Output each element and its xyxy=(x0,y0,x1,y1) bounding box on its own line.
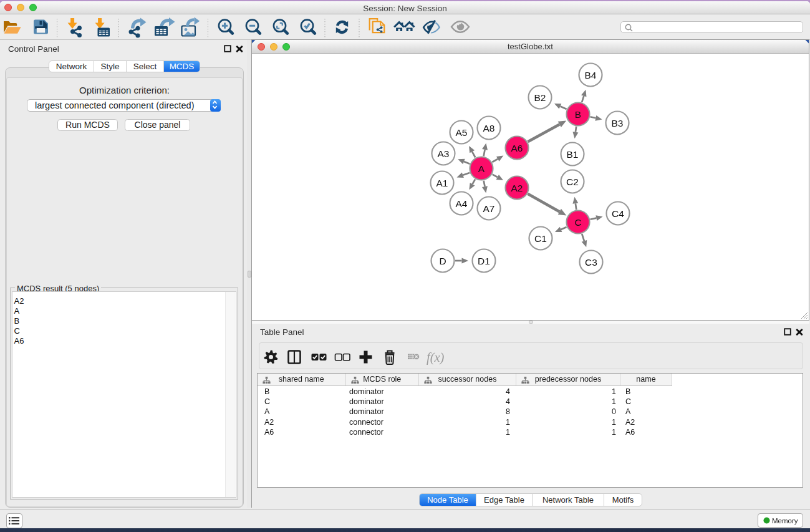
svg-text:f(x): f(x) xyxy=(427,351,445,365)
svg-text:A7: A7 xyxy=(483,203,495,214)
svg-text:D1: D1 xyxy=(478,256,490,266)
svg-text:A1: A1 xyxy=(436,178,448,188)
svg-text:C4: C4 xyxy=(612,208,624,219)
svg-text:A3: A3 xyxy=(438,148,450,159)
svg-text:C3: C3 xyxy=(585,257,597,268)
svg-text:C1: C1 xyxy=(534,233,547,244)
svg-text:B3: B3 xyxy=(612,118,624,128)
svg-text:D: D xyxy=(439,256,446,266)
svg-text:A8: A8 xyxy=(483,123,495,133)
svg-text:C: C xyxy=(574,217,581,228)
svg-text:A2: A2 xyxy=(511,183,523,193)
svg-text:A5: A5 xyxy=(456,127,468,138)
svg-text:B4: B4 xyxy=(585,70,597,80)
svg-text:B1: B1 xyxy=(567,149,579,160)
svg-text:C2: C2 xyxy=(566,177,579,187)
svg-text:A: A xyxy=(478,163,485,174)
svg-text:B2: B2 xyxy=(534,92,546,103)
svg-text:A4: A4 xyxy=(456,198,468,209)
svg-text:A6: A6 xyxy=(511,143,523,153)
svg-text:B: B xyxy=(575,109,581,120)
